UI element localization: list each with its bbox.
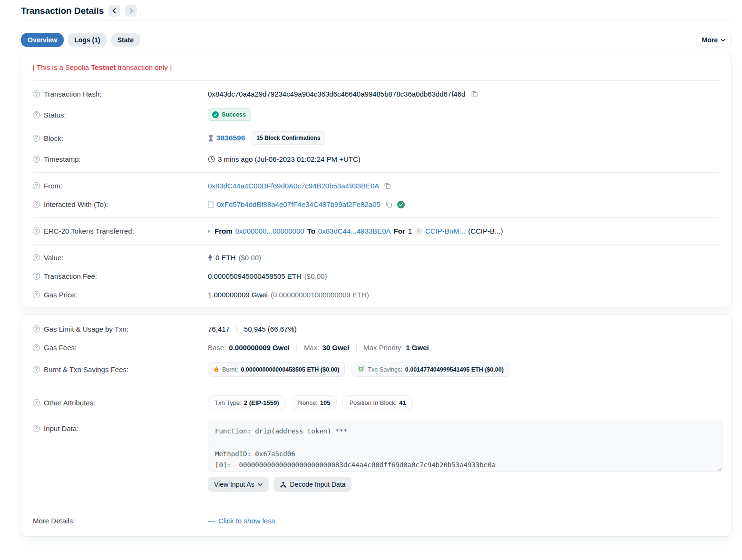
help-icon[interactable] [33, 291, 40, 298]
to-contract-address-link[interactable]: 0xFd57b4ddBf88a4e07fF4e34C487b99af2Fe82a… [217, 200, 381, 208]
value-usd: ($0.00) [239, 254, 262, 262]
chevron-left-icon [112, 8, 117, 13]
divider [33, 217, 720, 218]
gas-fees-priority-value: 1 Gwei [406, 344, 429, 352]
view-input-as-label: View Input As [214, 481, 254, 488]
page-title: Transaction Details [21, 6, 104, 16]
help-icon[interactable] [33, 182, 40, 189]
more-dropdown-label: More [702, 36, 718, 44]
status-label: Status: [44, 111, 66, 119]
gas-limit-row: Gas Limit & Usage by Txn: 76,417 | 50,94… [33, 317, 720, 338]
help-icon[interactable] [33, 90, 40, 98]
minus-icon: — [208, 517, 215, 525]
gas-price-gwei: 1.000000009 Gwei [208, 291, 268, 299]
help-icon[interactable] [33, 135, 40, 142]
verified-contract-check-icon [397, 201, 405, 208]
value-label: Value: [44, 254, 63, 262]
testnet-warning-pre: [ This is a Sepolia [33, 63, 91, 71]
nonce-key: Nonce: [298, 399, 318, 406]
divider [33, 386, 720, 386]
previous-transaction-button[interactable] [108, 5, 120, 17]
toggle-details-text: Click to show less [218, 517, 275, 525]
chevron-down-icon [258, 483, 263, 486]
input-data-textarea[interactable]: Function: drip(address token) *** Method… [208, 421, 722, 472]
tabs: Overview Logs (1) State [21, 33, 140, 47]
page-header: Transaction Details [21, 0, 732, 17]
erc20-token-name-link[interactable]: CCIP-BnM... [425, 227, 465, 235]
decode-input-data-button[interactable]: Decode Input Data [273, 477, 352, 492]
from-label: From: [44, 182, 62, 190]
erc20-from-address-link[interactable]: 0x000000...00000000 [235, 227, 304, 235]
help-icon[interactable] [33, 366, 40, 373]
input-data-buttons: View Input As Decode Input Data [208, 477, 722, 492]
help-icon[interactable] [33, 254, 40, 261]
help-icon[interactable] [33, 227, 40, 235]
transaction-fee-eth: 0.000050945000458505 ETH [208, 272, 302, 280]
gas-price-label: Gas Price: [44, 291, 77, 299]
value-row: Value: 0 ETH ($0.00) [33, 248, 720, 267]
txn-savings-text-label: Txn Savings: [368, 366, 402, 373]
block-label: Block: [44, 134, 63, 142]
erc20-to-address-link[interactable]: 0x83dC44...4933BE0A [318, 227, 391, 235]
more-dropdown-button[interactable]: More [696, 33, 732, 47]
burnt-text-label: Burnt: [222, 366, 238, 373]
separator-bar: | [293, 344, 301, 352]
help-icon[interactable] [33, 425, 40, 432]
erc20-transfers-label: ERC-20 Tokens Transferred: [44, 227, 134, 235]
hourglass-icon [208, 135, 214, 142]
help-icon[interactable] [33, 344, 40, 351]
tabs-row: Overview Logs (1) State More [21, 33, 732, 47]
ethereum-icon [208, 254, 213, 261]
transaction-hash-label: Transaction Hash: [44, 90, 101, 98]
burnt-value: 0.000000000000458505 ETH ($0.00) [241, 366, 339, 373]
erc20-for-word: For [393, 227, 405, 235]
help-icon[interactable] [33, 325, 40, 333]
testnet-warning-bold: Testnet [91, 63, 116, 71]
divider [33, 505, 720, 505]
nonce-pill: Nonce: 105 [292, 395, 337, 410]
contract-file-icon [208, 201, 214, 208]
help-icon[interactable] [33, 273, 40, 280]
help-icon[interactable] [33, 399, 40, 406]
transaction-fee-usd: ($0.00) [304, 272, 327, 280]
help-icon[interactable] [33, 111, 40, 118]
transaction-details-page: Transaction Details Overview Logs (1) St… [0, 0, 742, 546]
help-icon[interactable] [33, 201, 40, 208]
input-data-label: Input Data: [44, 424, 78, 432]
gas-fees-row: Gas Fees: Base: 0.000000009 Gwei | Max: … [33, 338, 720, 357]
tab-logs[interactable]: Logs (1) [68, 33, 107, 47]
caret-right-icon [208, 229, 210, 233]
decode-input-data-label: Decode Input Data [290, 481, 346, 488]
copy-from-address-button[interactable] [384, 182, 391, 189]
erc20-amount: 1 [408, 227, 412, 235]
toggle-details-link[interactable]: — Click to show less [208, 517, 275, 525]
tab-state[interactable]: State [111, 33, 140, 47]
copy-hash-button[interactable] [471, 90, 478, 98]
gas-limit-label: Gas Limit & Usage by Txn: [44, 325, 128, 333]
position-value: 41 [399, 399, 406, 406]
erc20-to-word: To [307, 227, 315, 235]
from-address-link[interactable]: 0x83dC44a4C00DFf69d0A0c7c94B20b53a4933BE… [208, 182, 379, 190]
erc20-from-word: From [215, 227, 233, 235]
transaction-hash-row: Transaction Hash: 0x843dc70a4a29d79234c4… [33, 85, 720, 103]
value-eth: 0 ETH [215, 254, 236, 262]
tab-overview[interactable]: Overview [21, 33, 64, 47]
timestamp-value: 3 mins ago (Jul-06-2023 01:02:24 PM +UTC… [218, 155, 361, 163]
gas-fees-label: Gas Fees: [44, 344, 77, 352]
separator-bar: | [233, 325, 241, 333]
nonce-value: 105 [320, 399, 331, 406]
money-wings-icon [357, 366, 365, 373]
gas-fees-max-value: 30 Gwei [322, 344, 349, 352]
block-number-link[interactable]: 3836596 [216, 134, 245, 142]
timestamp-row: Timestamp: 3 mins ago (Jul-06-2023 01:02… [33, 150, 720, 168]
view-input-as-button[interactable]: View Input As [208, 477, 269, 492]
next-transaction-button[interactable] [125, 5, 137, 17]
burnt-savings-row: Burnt & Txn Savings Fees: Burnt: 0.00000… [33, 357, 720, 382]
transaction-fee-label: Transaction Fee: [44, 272, 97, 280]
burnt-badge: Burnt: 0.000000000000458505 ETH ($0.00) [208, 362, 345, 377]
txn-type-value: 2 (EIP-1559) [244, 399, 279, 406]
copy-to-address-button[interactable] [385, 201, 392, 208]
other-attributes-row: Other Attributes: Txn Type: 2 (EIP-1559)… [33, 390, 720, 415]
help-icon[interactable] [33, 156, 40, 163]
copy-icon [385, 201, 392, 208]
